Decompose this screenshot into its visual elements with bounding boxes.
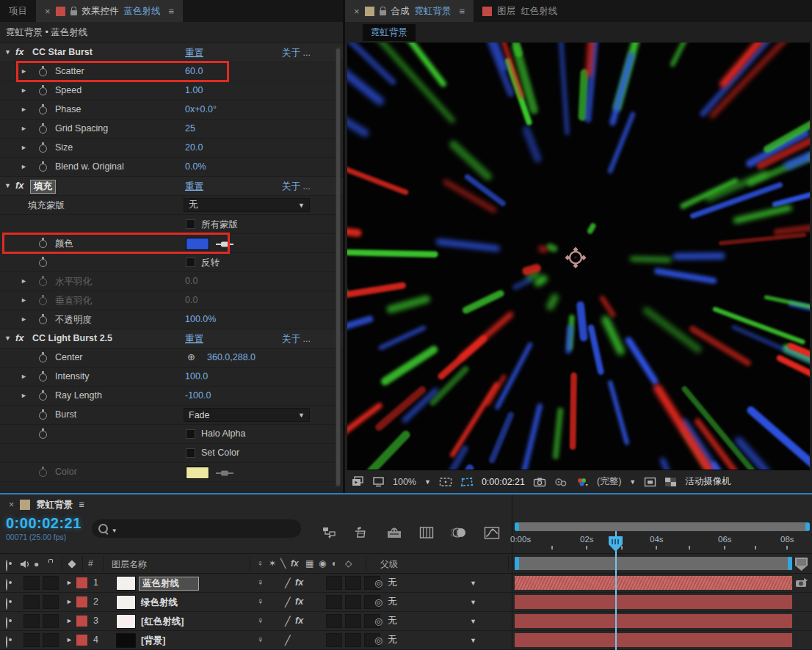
layer-color-chip[interactable] — [76, 616, 87, 627]
shy-toggle-icon[interactable]: ♀ — [257, 616, 264, 626]
switch-cell[interactable] — [326, 595, 342, 609]
work-area-bar[interactable] — [515, 557, 792, 570]
layer-expand-icon[interactable]: ► — [66, 636, 73, 643]
layer-color-chip[interactable] — [76, 635, 87, 646]
layer-name[interactable]: [红色射线] — [141, 616, 184, 628]
panel-menu-icon[interactable]: ≡ — [169, 6, 175, 17]
always-preview-icon[interactable] — [352, 476, 364, 487]
layer-expand-icon[interactable]: ► — [66, 617, 73, 624]
eyedropper-icon[interactable] — [216, 469, 233, 479]
layer-expand-icon[interactable]: ► — [66, 598, 73, 605]
lock-cell[interactable] — [43, 576, 59, 590]
graph-editor-icon[interactable] — [484, 526, 500, 540]
switch-cell[interactable] — [345, 614, 361, 628]
video-column-icon[interactable] — [6, 560, 7, 572]
fx-toggle-icon[interactable]: fx — [295, 596, 303, 607]
camera-icon[interactable] — [794, 577, 809, 589]
snapshot-camera-icon[interactable] — [533, 477, 546, 487]
parent-column-label[interactable]: 父级 — [380, 558, 398, 571]
reset-link[interactable]: 重置 — [185, 47, 203, 59]
eyedropper-icon[interactable] — [216, 240, 233, 250]
pick-whip-icon[interactable]: ◎ — [374, 596, 383, 607]
preview-timecode[interactable]: 0:00:02:21 — [482, 477, 525, 487]
motion-blur-icon[interactable] — [451, 527, 467, 538]
solo-cell[interactable] — [23, 633, 40, 647]
time-navigator[interactable] — [515, 522, 810, 531]
layer-row[interactable]: ►1蓝色射线♀╱fx◎无▼ — [0, 574, 512, 593]
comp-breadcrumb-tag[interactable]: 霓虹背景 — [363, 24, 416, 41]
collapse-switch-icon[interactable]: ✶ — [269, 558, 276, 569]
search-dropdown-icon[interactable]: ▼ — [112, 527, 117, 534]
collapse-arrow-icon[interactable]: ▼ — [4, 335, 11, 342]
expand-arrow-icon[interactable]: ► — [21, 106, 27, 113]
camera-view-select[interactable]: 活动摄像机 — [685, 475, 731, 488]
reset-link[interactable]: 重置 — [185, 333, 203, 346]
quality-toggle-icon[interactable]: ╱ — [285, 616, 291, 627]
parent-dropdown[interactable]: 无▼ — [388, 614, 474, 628]
shy-layers-icon[interactable] — [386, 526, 402, 539]
close-icon[interactable]: × — [9, 500, 14, 510]
layer-name-column-label[interactable]: 图层名称 — [112, 558, 147, 571]
param-value[interactable]: -100.0 — [185, 390, 211, 401]
timeline-search-input[interactable]: ▼ — [92, 519, 301, 538]
stopwatch-icon[interactable] — [39, 145, 47, 153]
comp-flowchart-icon[interactable] — [322, 526, 336, 539]
switch-cell[interactable] — [345, 595, 361, 609]
current-time-block[interactable]: 0:00:02:21 00071 (25.00 fps) — [0, 515, 81, 541]
visibility-eye-icon[interactable] — [6, 636, 7, 648]
current-timecode[interactable]: 0:00:02:21 — [6, 515, 81, 532]
stopwatch-icon[interactable] — [39, 259, 47, 267]
layer-row[interactable]: ►3[红色射线]♀╱fx◎无▼ — [0, 612, 512, 631]
time-ruler[interactable]: 0:00s02s04s06s08s — [512, 531, 812, 553]
lock-cell[interactable] — [43, 633, 59, 647]
tab-effect-controls[interactable]: × 效果控件 蓝色射线 ≡ — [36, 0, 183, 22]
layer-color-chip[interactable] — [76, 596, 87, 607]
visibility-eye-icon[interactable] — [6, 579, 7, 591]
fx-toggle-icon[interactable]: fx — [295, 616, 303, 626]
layer-expand-icon[interactable]: ► — [66, 579, 73, 586]
shy-toggle-icon[interactable]: ♀ — [257, 596, 264, 607]
close-icon[interactable]: × — [354, 6, 360, 17]
layer-name[interactable]: 蓝色射线 — [139, 577, 198, 590]
solo-cell[interactable] — [23, 576, 40, 590]
param-dropdown[interactable]: 无▼ — [184, 198, 310, 212]
stopwatch-icon[interactable] — [39, 278, 47, 286]
show-snapshot-icon[interactable] — [554, 477, 568, 487]
checkbox[interactable] — [186, 258, 195, 267]
about-link[interactable]: 关于 ... — [282, 47, 311, 59]
checkbox[interactable] — [186, 448, 195, 458]
fx-toggle-icon[interactable]: fx — [295, 577, 303, 588]
param-value[interactable]: 100.0% — [185, 314, 216, 324]
shy-toggle-icon[interactable]: ♀ — [257, 577, 264, 588]
switch-cell[interactable] — [326, 576, 342, 590]
param-value[interactable]: 0.0% — [185, 161, 206, 172]
visibility-eye-icon[interactable] — [6, 598, 7, 610]
expand-arrow-icon[interactable]: ► — [21, 315, 27, 323]
tab-layer[interactable]: 图层 红色射线 — [474, 0, 566, 22]
checkbox[interactable] — [186, 429, 195, 439]
composition-viewer[interactable] — [347, 43, 810, 470]
expand-arrow-icon[interactable]: ► — [21, 87, 27, 94]
lock-cell[interactable] — [43, 614, 59, 628]
expand-arrow-icon[interactable]: ► — [21, 392, 27, 399]
tab-project[interactable]: 项目 — [0, 0, 36, 22]
param-value[interactable]: 0x+0.0° — [185, 104, 217, 114]
effects-scrollbar[interactable] — [336, 47, 341, 487]
solo-cell[interactable] — [23, 614, 40, 628]
solo-cell[interactable] — [23, 595, 40, 609]
layer-duration-bar[interactable] — [515, 595, 792, 609]
close-icon[interactable]: × — [45, 6, 51, 17]
transparency-grid-icon[interactable] — [664, 477, 677, 487]
target-region-icon[interactable] — [644, 477, 656, 487]
effect-name[interactable]: CC Star Burst — [32, 47, 93, 57]
layer-duration-bar[interactable] — [515, 633, 792, 647]
label-column-icon[interactable] — [68, 560, 76, 568]
switch-cell[interactable] — [345, 576, 361, 590]
layer-name[interactable]: 绿色射线 — [141, 596, 178, 609]
stopwatch-icon[interactable] — [39, 392, 47, 401]
stopwatch-icon[interactable] — [39, 240, 47, 248]
fx-switch-icon[interactable]: fx — [291, 558, 299, 569]
tab-composition[interactable]: × 合成 霓虹背景 ≡ — [345, 0, 474, 22]
switch-cell[interactable] — [326, 614, 342, 628]
expand-arrow-icon[interactable]: ► — [21, 163, 27, 170]
